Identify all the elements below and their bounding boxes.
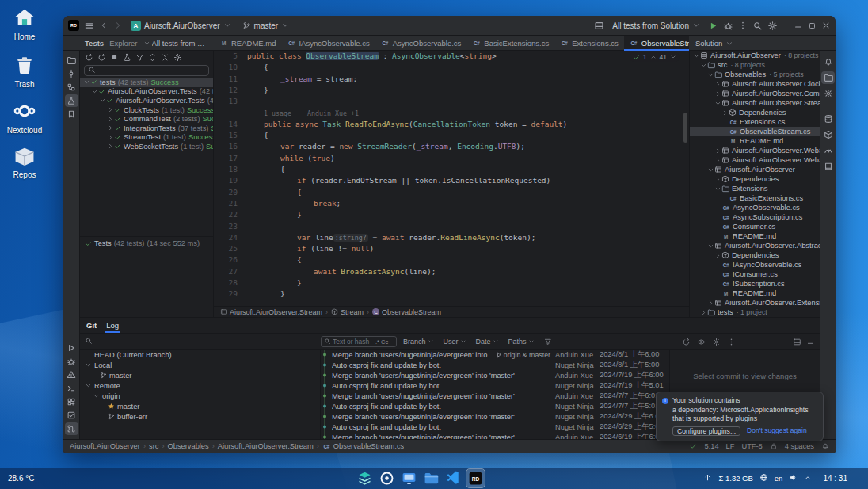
upload-icon[interactable] xyxy=(703,473,712,483)
solution-tree-row[interactable]: Extensions xyxy=(690,184,820,193)
navigate-forward-icon[interactable] xyxy=(113,21,123,30)
chevron-right-icon[interactable] xyxy=(714,157,721,164)
db-tool-icon[interactable] xyxy=(821,113,835,125)
project-widget[interactable]: AAiursoft.AiurObserver xyxy=(128,20,234,32)
branch-row[interactable]: buffer-err xyxy=(80,411,320,422)
solution-tree-row[interactable]: C#AsyncSubscription.cs xyxy=(690,212,820,222)
solution-tree-row[interactable]: Aiursoft.AiurObserver.WebSocket.Server xyxy=(690,155,820,165)
tests-filter-input[interactable] xyxy=(98,67,193,74)
run-button[interactable] xyxy=(708,21,718,31)
hide-panel-icon[interactable] xyxy=(806,338,815,346)
solution-tree-row[interactable]: Dependencies xyxy=(690,250,820,260)
clock[interactable]: 14 : 31 xyxy=(823,474,847,483)
solution-tree-row[interactable]: Aiursoft.AiurObserver.Command xyxy=(690,89,820,98)
test-tree-row[interactable]: StreamTest(1 test)Success xyxy=(80,133,213,143)
flask-icon[interactable] xyxy=(123,53,131,62)
filter-date[interactable]: Date xyxy=(476,338,499,346)
desktop-icon-nextcloud[interactable]: Nextcloud xyxy=(2,100,47,135)
filter-user[interactable]: User xyxy=(444,338,466,346)
settings-icon[interactable] xyxy=(767,21,778,31)
match-case-toggle[interactable]: Cc xyxy=(381,338,388,346)
chevron-right-icon[interactable] xyxy=(707,300,714,307)
editor-tab-readme-md[interactable]: MREADME.md xyxy=(214,36,281,51)
bell-tool-icon[interactable] xyxy=(821,55,835,68)
branch-row[interactable]: master xyxy=(80,401,320,411)
clear-filters-icon[interactable] xyxy=(544,338,552,346)
chevron-right-icon[interactable] xyxy=(714,176,721,183)
solution-tree-row[interactable]: Aiursoft.AiurObserver.Stream xyxy=(690,98,820,108)
more-icon[interactable] xyxy=(727,338,736,346)
solution-tree-row[interactable]: C#Consumer.cs xyxy=(690,222,820,231)
breadcrumb-stream[interactable]: Stream xyxy=(331,308,364,316)
inspections-widget[interactable]: 141 xyxy=(630,52,680,62)
terminal-tool-icon[interactable] xyxy=(65,382,78,395)
commit-row[interactable]: Merge branch 'users/nuget/ninja/evergree… xyxy=(321,391,669,401)
chevron-down-icon[interactable] xyxy=(707,243,714,250)
chevron-up-icon[interactable] xyxy=(650,54,657,60)
commit-row[interactable]: Auto csproj fix and update by bot.Nuget … xyxy=(321,401,669,411)
chevron-right-icon[interactable] xyxy=(700,309,707,316)
solution-tree-row[interactable]: MREADME.md xyxy=(690,231,820,241)
devices-icon[interactable] xyxy=(594,21,604,31)
commit-row[interactable]: Auto csproj fix and update by bot.Nuget … xyxy=(321,380,669,391)
globe-icon[interactable] xyxy=(760,473,768,483)
more-actions-icon[interactable] xyxy=(738,21,748,30)
chevron-down-icon[interactable] xyxy=(707,166,714,174)
test-tree-row[interactable]: ClockTests(1 test)Success xyxy=(80,105,213,115)
solution-tree-row[interactable]: Aiursoft.AiurObserver.WebSocket xyxy=(690,146,820,155)
close-button[interactable] xyxy=(821,21,831,30)
tab-explorer[interactable]: Explorer xyxy=(109,39,137,48)
expand-all-icon[interactable] xyxy=(148,53,157,62)
branch-row[interactable]: Local xyxy=(80,360,320,370)
statusbar-crumb[interactable]: C#ObservableStream.cs xyxy=(322,442,404,450)
commit-search-field[interactable]: .* Cc xyxy=(321,336,397,347)
solution-tree-row[interactable]: Aiursoft.AiurObserver.Extensions xyxy=(690,298,820,308)
regex-toggle[interactable]: .* xyxy=(375,338,379,346)
solution-view-selector[interactable]: Solution xyxy=(695,39,722,48)
test-tree-row[interactable]: CommandTest(2 tests)Success xyxy=(80,114,213,124)
chevron-right-icon[interactable] xyxy=(714,90,721,97)
navigate-back-icon[interactable] xyxy=(99,21,108,30)
test-tree-row[interactable]: Aiursoft.AiurObserver.Tests(42 tests)Suc… xyxy=(80,96,213,105)
solution-tree-row[interactable]: C#IConsumer.cs xyxy=(690,269,820,279)
taskbar-vscode-app[interactable] xyxy=(444,469,463,487)
chevron-right-icon[interactable] xyxy=(714,252,721,259)
commit-row[interactable]: Merge branch 'users/nuget/ninja/evergree… xyxy=(321,370,669,380)
run-tool-icon[interactable] xyxy=(65,342,78,354)
commit-row[interactable]: Merge branch 'users/nuget/ninja/evergree… xyxy=(321,411,669,422)
gauge-tool-icon[interactable] xyxy=(821,144,835,157)
breadcrumb-aiursoft.aiurobserver.stream[interactable]: Aiursoft.AiurObserver.Stream xyxy=(220,308,322,316)
eye-icon[interactable] xyxy=(697,338,706,346)
chevron-down-icon[interactable] xyxy=(85,382,92,389)
editor-tab-extensions-cs[interactable]: C#Extensions.cs xyxy=(554,36,624,51)
refresh-icon[interactable] xyxy=(682,338,691,346)
desktop-icon-repos[interactable]: Repos xyxy=(2,144,47,179)
solution-tree-row[interactable]: C#IAsyncObservable.cs xyxy=(690,260,820,269)
filter-paths[interactable]: Paths xyxy=(508,338,535,346)
chevron-down-icon[interactable] xyxy=(693,52,700,59)
editor-tab-asyncobservable-cs[interactable]: C#AsyncObservable.cs xyxy=(375,36,467,51)
rerun-icon[interactable] xyxy=(85,53,93,62)
solution-tree-row[interactable]: C#BasicExtensions.cs xyxy=(690,193,820,203)
options-icon[interactable] xyxy=(173,53,182,62)
test-tree-row[interactable]: IntegrationTests(37 tests)Success xyxy=(80,124,213,133)
branch-row[interactable]: Remote xyxy=(80,380,320,391)
chevron-down-icon[interactable] xyxy=(91,88,98,95)
branch-row[interactable]: origin xyxy=(80,391,320,401)
stop-icon[interactable] xyxy=(110,53,119,62)
encoding-widget[interactable]: UTF-8 xyxy=(741,442,762,450)
statusbar-crumb[interactable]: Aiursoft.AiurObserver.Stream xyxy=(218,442,314,450)
branch-search-icon[interactable] xyxy=(85,337,93,346)
solution-tree-row[interactable]: C#AsyncObservable.cs xyxy=(690,203,820,212)
chevron-down-icon[interactable] xyxy=(83,78,90,86)
solution-tree-row[interactable]: Aiursoft.AiurObserver xyxy=(690,165,820,174)
chevron-right-icon[interactable] xyxy=(107,143,114,150)
tests-result-row[interactable]: Tests(42 tests)(14 sec 552 ms) xyxy=(85,239,200,247)
chevron-down-icon[interactable] xyxy=(93,392,100,399)
chevron-down-icon[interactable] xyxy=(700,62,707,69)
line-separator-widget[interactable]: LF xyxy=(726,442,735,450)
debug-tool-icon[interactable] xyxy=(65,355,78,368)
taskbar-rider-app[interactable]: RD xyxy=(466,469,485,487)
bookmarks-tool-icon[interactable] xyxy=(65,108,78,120)
commit-row[interactable]: Auto csproj fix and update by bot.Nuget … xyxy=(321,422,669,432)
